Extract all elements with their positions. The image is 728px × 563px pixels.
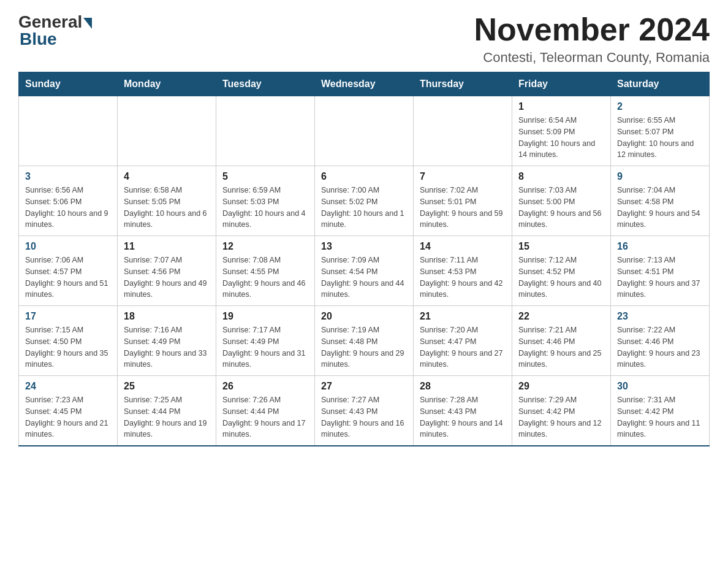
calendar-table: SundayMondayTuesdayWednesdayThursdayFrid…: [18, 72, 710, 446]
day-info: Sunrise: 7:04 AMSunset: 4:58 PMDaylight:…: [617, 185, 703, 231]
day-info: Sunrise: 7:26 AMSunset: 4:44 PMDaylight:…: [222, 394, 308, 440]
calendar-cell: 10Sunrise: 7:06 AMSunset: 4:57 PMDayligh…: [19, 236, 118, 306]
day-number: 24: [25, 381, 111, 392]
logo-blue-text: Blue: [18, 29, 57, 49]
col-header-friday: Friday: [512, 72, 611, 96]
day-number: 2: [617, 101, 703, 112]
day-info: Sunrise: 6:55 AMSunset: 5:07 PMDaylight:…: [617, 115, 703, 161]
day-number: 21: [420, 311, 506, 322]
title-block: November 2024 Contesti, Teleorman County…: [474, 12, 710, 66]
day-number: 8: [518, 171, 604, 182]
day-number: 19: [222, 311, 308, 322]
calendar-cell: [315, 96, 414, 166]
page-header: General Blue November 2024 Contesti, Tel…: [18, 12, 710, 66]
day-number: 30: [617, 381, 703, 392]
calendar-cell: 1Sunrise: 6:54 AMSunset: 5:09 PMDaylight…: [512, 96, 611, 166]
calendar-cell: 7Sunrise: 7:02 AMSunset: 5:01 PMDaylight…: [414, 166, 512, 236]
day-number: 7: [420, 171, 506, 182]
calendar-header-row: SundayMondayTuesdayWednesdayThursdayFrid…: [19, 72, 710, 96]
calendar-cell: 19Sunrise: 7:17 AMSunset: 4:49 PMDayligh…: [216, 306, 315, 376]
day-info: Sunrise: 6:56 AMSunset: 5:06 PMDaylight:…: [25, 185, 111, 231]
calendar-cell: 9Sunrise: 7:04 AMSunset: 4:58 PMDaylight…: [611, 166, 710, 236]
day-number: 17: [25, 311, 111, 322]
day-number: 25: [124, 381, 210, 392]
day-number: 27: [321, 381, 407, 392]
day-number: 18: [124, 311, 210, 322]
col-header-wednesday: Wednesday: [315, 72, 414, 96]
day-number: 1: [518, 101, 604, 112]
page-subtitle: Contesti, Teleorman County, Romania: [474, 50, 710, 66]
day-info: Sunrise: 7:13 AMSunset: 4:51 PMDaylight:…: [617, 255, 703, 301]
calendar-cell: 14Sunrise: 7:11 AMSunset: 4:53 PMDayligh…: [414, 236, 512, 306]
day-number: 23: [617, 311, 703, 322]
day-number: 9: [617, 171, 703, 182]
calendar-week-row-4: 17Sunrise: 7:15 AMSunset: 4:50 PMDayligh…: [19, 306, 710, 376]
day-info: Sunrise: 7:16 AMSunset: 4:49 PMDaylight:…: [124, 324, 210, 370]
calendar-cell: 8Sunrise: 7:03 AMSunset: 5:00 PMDaylight…: [512, 166, 611, 236]
day-info: Sunrise: 7:15 AMSunset: 4:50 PMDaylight:…: [25, 324, 111, 370]
day-number: 4: [124, 171, 210, 182]
day-info: Sunrise: 7:22 AMSunset: 4:46 PMDaylight:…: [617, 324, 703, 370]
day-number: 5: [222, 171, 308, 182]
calendar-cell: 25Sunrise: 7:25 AMSunset: 4:44 PMDayligh…: [118, 376, 216, 446]
logo: General Blue: [18, 12, 92, 49]
day-info: Sunrise: 7:31 AMSunset: 4:42 PMDaylight:…: [617, 394, 703, 440]
day-info: Sunrise: 7:06 AMSunset: 4:57 PMDaylight:…: [25, 255, 111, 301]
calendar-cell: 21Sunrise: 7:20 AMSunset: 4:47 PMDayligh…: [414, 306, 512, 376]
day-info: Sunrise: 7:08 AMSunset: 4:55 PMDaylight:…: [222, 255, 308, 301]
col-header-sunday: Sunday: [19, 72, 118, 96]
day-info: Sunrise: 7:20 AMSunset: 4:47 PMDaylight:…: [420, 324, 506, 370]
day-number: 20: [321, 311, 407, 322]
day-info: Sunrise: 7:23 AMSunset: 4:45 PMDaylight:…: [25, 394, 111, 440]
day-number: 15: [518, 241, 604, 252]
day-info: Sunrise: 7:09 AMSunset: 4:54 PMDaylight:…: [321, 255, 407, 301]
calendar-cell: 18Sunrise: 7:16 AMSunset: 4:49 PMDayligh…: [118, 306, 216, 376]
calendar-cell: 28Sunrise: 7:28 AMSunset: 4:43 PMDayligh…: [414, 376, 512, 446]
calendar-cell: 24Sunrise: 7:23 AMSunset: 4:45 PMDayligh…: [19, 376, 118, 446]
day-number: 12: [222, 241, 308, 252]
calendar-cell: 6Sunrise: 7:00 AMSunset: 5:02 PMDaylight…: [315, 166, 414, 236]
calendar-week-row-1: 1Sunrise: 6:54 AMSunset: 5:09 PMDaylight…: [19, 96, 710, 166]
day-info: Sunrise: 7:11 AMSunset: 4:53 PMDaylight:…: [420, 255, 506, 301]
calendar-cell: 4Sunrise: 6:58 AMSunset: 5:05 PMDaylight…: [118, 166, 216, 236]
day-info: Sunrise: 7:21 AMSunset: 4:46 PMDaylight:…: [518, 324, 604, 370]
day-info: Sunrise: 7:28 AMSunset: 4:43 PMDaylight:…: [420, 394, 506, 440]
calendar-week-row-5: 24Sunrise: 7:23 AMSunset: 4:45 PMDayligh…: [19, 376, 710, 446]
calendar-cell: [118, 96, 216, 166]
day-info: Sunrise: 7:07 AMSunset: 4:56 PMDaylight:…: [124, 255, 210, 301]
day-number: 10: [25, 241, 111, 252]
calendar-cell: 30Sunrise: 7:31 AMSunset: 4:42 PMDayligh…: [611, 376, 710, 446]
col-header-thursday: Thursday: [414, 72, 512, 96]
day-info: Sunrise: 7:00 AMSunset: 5:02 PMDaylight:…: [321, 185, 407, 231]
day-info: Sunrise: 7:29 AMSunset: 4:42 PMDaylight:…: [518, 394, 604, 440]
day-info: Sunrise: 6:59 AMSunset: 5:03 PMDaylight:…: [222, 185, 308, 231]
calendar-cell: 2Sunrise: 6:55 AMSunset: 5:07 PMDaylight…: [611, 96, 710, 166]
col-header-monday: Monday: [118, 72, 216, 96]
calendar-cell: 3Sunrise: 6:56 AMSunset: 5:06 PMDaylight…: [19, 166, 118, 236]
col-header-saturday: Saturday: [611, 72, 710, 96]
calendar-week-row-2: 3Sunrise: 6:56 AMSunset: 5:06 PMDaylight…: [19, 166, 710, 236]
calendar-cell: 5Sunrise: 6:59 AMSunset: 5:03 PMDaylight…: [216, 166, 315, 236]
day-number: 13: [321, 241, 407, 252]
logo-arrow-icon: [83, 18, 92, 29]
day-number: 28: [420, 381, 506, 392]
day-number: 26: [222, 381, 308, 392]
day-info: Sunrise: 7:27 AMSunset: 4:43 PMDaylight:…: [321, 394, 407, 440]
calendar-cell: 23Sunrise: 7:22 AMSunset: 4:46 PMDayligh…: [611, 306, 710, 376]
calendar-cell: 13Sunrise: 7:09 AMSunset: 4:54 PMDayligh…: [315, 236, 414, 306]
day-info: Sunrise: 7:03 AMSunset: 5:00 PMDaylight:…: [518, 185, 604, 231]
day-info: Sunrise: 7:12 AMSunset: 4:52 PMDaylight:…: [518, 255, 604, 301]
day-number: 6: [321, 171, 407, 182]
day-info: Sunrise: 7:02 AMSunset: 5:01 PMDaylight:…: [420, 185, 506, 231]
day-number: 11: [124, 241, 210, 252]
day-info: Sunrise: 7:17 AMSunset: 4:49 PMDaylight:…: [222, 324, 308, 370]
calendar-cell: 26Sunrise: 7:26 AMSunset: 4:44 PMDayligh…: [216, 376, 315, 446]
day-number: 29: [518, 381, 604, 392]
col-header-tuesday: Tuesday: [216, 72, 315, 96]
calendar-cell: 20Sunrise: 7:19 AMSunset: 4:48 PMDayligh…: [315, 306, 414, 376]
calendar-cell: 22Sunrise: 7:21 AMSunset: 4:46 PMDayligh…: [512, 306, 611, 376]
day-info: Sunrise: 7:19 AMSunset: 4:48 PMDaylight:…: [321, 324, 407, 370]
calendar-cell: [414, 96, 512, 166]
day-number: 3: [25, 171, 111, 182]
calendar-cell: 16Sunrise: 7:13 AMSunset: 4:51 PMDayligh…: [611, 236, 710, 306]
